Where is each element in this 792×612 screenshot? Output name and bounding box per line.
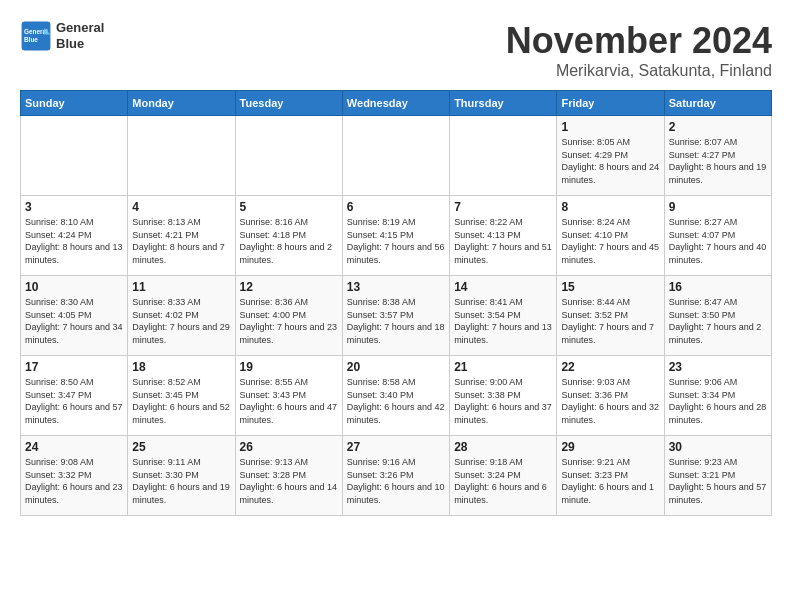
calendar-cell: 21Sunrise: 9:00 AM Sunset: 3:38 PM Dayli… [450, 356, 557, 436]
calendar-week-row: 1Sunrise: 8:05 AM Sunset: 4:29 PM Daylig… [21, 116, 772, 196]
day-info: Sunrise: 8:38 AM Sunset: 3:57 PM Dayligh… [347, 296, 445, 346]
day-info: Sunrise: 8:30 AM Sunset: 4:05 PM Dayligh… [25, 296, 123, 346]
day-info: Sunrise: 9:06 AM Sunset: 3:34 PM Dayligh… [669, 376, 767, 426]
calendar-cell: 5Sunrise: 8:16 AM Sunset: 4:18 PM Daylig… [235, 196, 342, 276]
calendar-cell: 13Sunrise: 8:38 AM Sunset: 3:57 PM Dayli… [342, 276, 449, 356]
day-info: Sunrise: 9:08 AM Sunset: 3:32 PM Dayligh… [25, 456, 123, 506]
day-info: Sunrise: 9:03 AM Sunset: 3:36 PM Dayligh… [561, 376, 659, 426]
day-number: 11 [132, 280, 230, 294]
location-title: Merikarvia, Satakunta, Finland [506, 62, 772, 80]
calendar-week-row: 3Sunrise: 8:10 AM Sunset: 4:24 PM Daylig… [21, 196, 772, 276]
day-number: 26 [240, 440, 338, 454]
day-info: Sunrise: 8:16 AM Sunset: 4:18 PM Dayligh… [240, 216, 338, 266]
calendar-cell: 23Sunrise: 9:06 AM Sunset: 3:34 PM Dayli… [664, 356, 771, 436]
day-number: 30 [669, 440, 767, 454]
day-number: 1 [561, 120, 659, 134]
day-number: 24 [25, 440, 123, 454]
day-number: 8 [561, 200, 659, 214]
calendar-cell: 17Sunrise: 8:50 AM Sunset: 3:47 PM Dayli… [21, 356, 128, 436]
day-info: Sunrise: 8:50 AM Sunset: 3:47 PM Dayligh… [25, 376, 123, 426]
day-info: Sunrise: 8:10 AM Sunset: 4:24 PM Dayligh… [25, 216, 123, 266]
weekday-header: Saturday [664, 91, 771, 116]
day-number: 12 [240, 280, 338, 294]
calendar-cell: 15Sunrise: 8:44 AM Sunset: 3:52 PM Dayli… [557, 276, 664, 356]
calendar-week-row: 17Sunrise: 8:50 AM Sunset: 3:47 PM Dayli… [21, 356, 772, 436]
day-info: Sunrise: 9:21 AM Sunset: 3:23 PM Dayligh… [561, 456, 659, 506]
calendar-cell: 11Sunrise: 8:33 AM Sunset: 4:02 PM Dayli… [128, 276, 235, 356]
day-number: 23 [669, 360, 767, 374]
day-info: Sunrise: 9:18 AM Sunset: 3:24 PM Dayligh… [454, 456, 552, 506]
day-number: 13 [347, 280, 445, 294]
logo-text: General Blue [56, 20, 104, 51]
svg-text:Blue: Blue [24, 36, 38, 43]
day-number: 2 [669, 120, 767, 134]
day-info: Sunrise: 9:16 AM Sunset: 3:26 PM Dayligh… [347, 456, 445, 506]
calendar-cell: 9Sunrise: 8:27 AM Sunset: 4:07 PM Daylig… [664, 196, 771, 276]
calendar-cell: 20Sunrise: 8:58 AM Sunset: 3:40 PM Dayli… [342, 356, 449, 436]
calendar-cell: 30Sunrise: 9:23 AM Sunset: 3:21 PM Dayli… [664, 436, 771, 516]
day-number: 3 [25, 200, 123, 214]
calendar-cell: 26Sunrise: 9:13 AM Sunset: 3:28 PM Dayli… [235, 436, 342, 516]
day-number: 4 [132, 200, 230, 214]
day-number: 28 [454, 440, 552, 454]
day-info: Sunrise: 9:11 AM Sunset: 3:30 PM Dayligh… [132, 456, 230, 506]
calendar-cell: 29Sunrise: 9:21 AM Sunset: 3:23 PM Dayli… [557, 436, 664, 516]
calendar-cell [21, 116, 128, 196]
day-number: 16 [669, 280, 767, 294]
logo: General Blue General Blue [20, 20, 104, 52]
calendar-cell: 7Sunrise: 8:22 AM Sunset: 4:13 PM Daylig… [450, 196, 557, 276]
calendar-body: 1Sunrise: 8:05 AM Sunset: 4:29 PM Daylig… [21, 116, 772, 516]
day-info: Sunrise: 8:44 AM Sunset: 3:52 PM Dayligh… [561, 296, 659, 346]
weekday-header: Wednesday [342, 91, 449, 116]
day-info: Sunrise: 8:36 AM Sunset: 4:00 PM Dayligh… [240, 296, 338, 346]
day-number: 14 [454, 280, 552, 294]
calendar-cell: 19Sunrise: 8:55 AM Sunset: 3:43 PM Dayli… [235, 356, 342, 436]
day-number: 15 [561, 280, 659, 294]
calendar-week-row: 24Sunrise: 9:08 AM Sunset: 3:32 PM Dayli… [21, 436, 772, 516]
calendar-cell: 25Sunrise: 9:11 AM Sunset: 3:30 PM Dayli… [128, 436, 235, 516]
weekday-header: Friday [557, 91, 664, 116]
calendar-cell [450, 116, 557, 196]
title-area: November 2024 Merikarvia, Satakunta, Fin… [506, 20, 772, 80]
calendar-cell: 10Sunrise: 8:30 AM Sunset: 4:05 PM Dayli… [21, 276, 128, 356]
day-number: 25 [132, 440, 230, 454]
day-info: Sunrise: 8:52 AM Sunset: 3:45 PM Dayligh… [132, 376, 230, 426]
calendar-cell [128, 116, 235, 196]
day-number: 7 [454, 200, 552, 214]
calendar-cell: 24Sunrise: 9:08 AM Sunset: 3:32 PM Dayli… [21, 436, 128, 516]
calendar-week-row: 10Sunrise: 8:30 AM Sunset: 4:05 PM Dayli… [21, 276, 772, 356]
weekday-header: Thursday [450, 91, 557, 116]
day-info: Sunrise: 8:07 AM Sunset: 4:27 PM Dayligh… [669, 136, 767, 186]
day-number: 29 [561, 440, 659, 454]
calendar-cell: 12Sunrise: 8:36 AM Sunset: 4:00 PM Dayli… [235, 276, 342, 356]
day-info: Sunrise: 9:23 AM Sunset: 3:21 PM Dayligh… [669, 456, 767, 506]
day-number: 5 [240, 200, 338, 214]
day-info: Sunrise: 9:00 AM Sunset: 3:38 PM Dayligh… [454, 376, 552, 426]
day-info: Sunrise: 8:47 AM Sunset: 3:50 PM Dayligh… [669, 296, 767, 346]
calendar-cell [342, 116, 449, 196]
calendar-cell: 3Sunrise: 8:10 AM Sunset: 4:24 PM Daylig… [21, 196, 128, 276]
day-number: 19 [240, 360, 338, 374]
day-number: 22 [561, 360, 659, 374]
day-info: Sunrise: 8:05 AM Sunset: 4:29 PM Dayligh… [561, 136, 659, 186]
logo-icon: General Blue [20, 20, 52, 52]
calendar-cell [235, 116, 342, 196]
calendar-cell: 1Sunrise: 8:05 AM Sunset: 4:29 PM Daylig… [557, 116, 664, 196]
calendar-cell: 8Sunrise: 8:24 AM Sunset: 4:10 PM Daylig… [557, 196, 664, 276]
day-number: 10 [25, 280, 123, 294]
calendar-cell: 6Sunrise: 8:19 AM Sunset: 4:15 PM Daylig… [342, 196, 449, 276]
day-info: Sunrise: 8:13 AM Sunset: 4:21 PM Dayligh… [132, 216, 230, 266]
calendar-cell: 2Sunrise: 8:07 AM Sunset: 4:27 PM Daylig… [664, 116, 771, 196]
weekday-header: Tuesday [235, 91, 342, 116]
day-info: Sunrise: 8:22 AM Sunset: 4:13 PM Dayligh… [454, 216, 552, 266]
day-info: Sunrise: 8:24 AM Sunset: 4:10 PM Dayligh… [561, 216, 659, 266]
calendar-cell: 4Sunrise: 8:13 AM Sunset: 4:21 PM Daylig… [128, 196, 235, 276]
calendar-cell: 14Sunrise: 8:41 AM Sunset: 3:54 PM Dayli… [450, 276, 557, 356]
day-info: Sunrise: 8:41 AM Sunset: 3:54 PM Dayligh… [454, 296, 552, 346]
day-number: 21 [454, 360, 552, 374]
calendar-cell: 18Sunrise: 8:52 AM Sunset: 3:45 PM Dayli… [128, 356, 235, 436]
weekday-header: Sunday [21, 91, 128, 116]
day-info: Sunrise: 8:27 AM Sunset: 4:07 PM Dayligh… [669, 216, 767, 266]
day-info: Sunrise: 8:55 AM Sunset: 3:43 PM Dayligh… [240, 376, 338, 426]
page-header: General Blue General Blue November 2024 … [20, 20, 772, 80]
